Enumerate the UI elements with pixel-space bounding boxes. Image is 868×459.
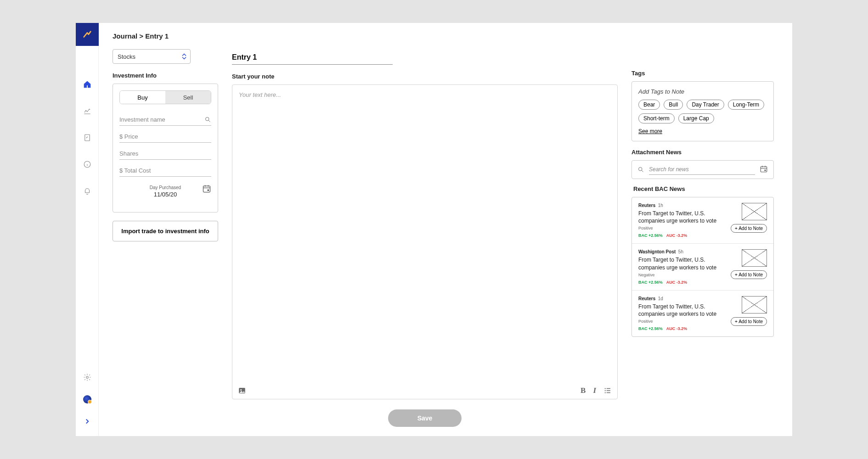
news-sentiment: Positive	[638, 226, 726, 230]
price-row	[119, 129, 211, 143]
info-icon	[83, 160, 91, 168]
sidebar-bottom	[76, 366, 98, 436]
save-button[interactable]: Save	[388, 409, 462, 427]
sidebar-item-profile[interactable]	[76, 388, 98, 410]
sidebar-item-notifications[interactable]	[76, 178, 98, 204]
toggle-buy[interactable]: Buy	[120, 91, 165, 104]
tag-day-trader[interactable]: Day Trader	[687, 100, 724, 110]
total-cost-input[interactable]	[119, 167, 211, 174]
sidebar-expand[interactable]	[76, 410, 98, 432]
svg-rect-11	[208, 190, 209, 191]
calendar-icon[interactable]	[202, 184, 211, 195]
tag-list: Bear Bull Day Trader Long-Term Short-ter…	[638, 100, 767, 123]
svg-rect-22	[761, 166, 767, 172]
price-input[interactable]	[119, 133, 211, 140]
recent-news-title: Recent BAC News	[633, 185, 774, 192]
investment-name-input[interactable]	[119, 116, 211, 123]
ticker-down: AUC -3.2%	[666, 280, 688, 285]
tag-long-term[interactable]: Long-Term	[728, 100, 764, 110]
home-icon	[83, 80, 91, 89]
news-item: Reuters 1h From Target to Twitter, U.S. …	[632, 197, 773, 244]
breadcrumb: Journal > Entry 1	[113, 32, 218, 40]
see-more-tags[interactable]: See more	[638, 128, 767, 134]
main-content: Journal > Entry 1 Stocks Investment Info…	[99, 23, 792, 436]
news-search-input[interactable]	[649, 164, 755, 175]
news-item: Reuters 1d From Target to Twitter, U.S. …	[632, 291, 773, 336]
import-trade-button[interactable]: Import trade to investment info	[113, 221, 218, 241]
image-icon[interactable]	[238, 386, 246, 395]
attachment-news-title: Attachment News	[631, 149, 774, 156]
svg-line-6	[209, 120, 210, 122]
news-item: Washignton Post 5h From Target to Twitte…	[632, 244, 773, 290]
tags-card: Add Tags to Note Bear Bull Day Trader Lo…	[631, 81, 774, 141]
tag-bear[interactable]: Bear	[638, 100, 660, 110]
sidebar-item-journal[interactable]	[76, 124, 98, 151]
note-textarea[interactable]: Your text here...	[232, 85, 617, 382]
add-to-note-button[interactable]: + Add to Note	[731, 270, 767, 279]
news-thumbnail	[742, 296, 767, 313]
total-cost-row	[119, 163, 211, 177]
list-icon[interactable]	[603, 386, 612, 395]
tag-bull[interactable]: Bull	[664, 100, 683, 110]
avatar-icon	[83, 395, 91, 403]
italic-button[interactable]: I	[592, 386, 597, 395]
tags-hint: Add Tags to Note	[638, 88, 767, 95]
ticker-down: AUC -3.2%	[666, 326, 688, 331]
investment-type-select[interactable]: Stocks	[113, 49, 191, 64]
app-window: Journal > Entry 1 Stocks Investment Info…	[76, 23, 792, 436]
news-age: 5h	[678, 249, 683, 254]
sidebar-nav	[76, 71, 98, 366]
svg-point-13	[240, 389, 242, 391]
news-thumbnail	[742, 249, 767, 267]
sidebar-item-info[interactable]	[76, 151, 98, 178]
calendar-icon	[760, 165, 768, 173]
app-logo[interactable]	[76, 23, 99, 46]
news-source: Washignton Post	[638, 249, 676, 254]
shares-row	[119, 146, 211, 160]
svg-point-15	[605, 390, 606, 391]
search-icon	[204, 116, 211, 123]
tag-short-term[interactable]: Short-term	[638, 113, 675, 123]
news-age: 1d	[658, 296, 663, 301]
date-purchased-row[interactable]: Day Purchased 11/05/20	[119, 181, 211, 200]
add-to-note-button[interactable]: + Add to Note	[731, 224, 767, 233]
buy-sell-toggle: Buy Sell	[119, 90, 211, 104]
toggle-sell[interactable]: Sell	[165, 91, 211, 104]
ticker-down: AUC -3.2%	[666, 233, 688, 238]
tag-large-cap[interactable]: Large Cap	[678, 113, 714, 123]
news-age: 1h	[658, 203, 663, 208]
news-headline[interactable]: From Target to Twitter, U.S. companies u…	[638, 303, 726, 318]
editor-panel: Start your note Your text here... B I Sa…	[232, 51, 618, 427]
bell-icon	[83, 187, 91, 195]
sidebar-item-home[interactable]	[76, 71, 98, 98]
left-panel: Journal > Entry 1 Stocks Investment Info…	[113, 32, 218, 427]
investment-info-title: Investment Info	[113, 72, 218, 79]
news-source: Reuters	[638, 296, 655, 301]
svg-line-21	[642, 170, 643, 172]
sidebar-item-charts[interactable]	[76, 98, 98, 124]
news-sentiment: Negative	[638, 273, 726, 277]
news-headline[interactable]: From Target to Twitter, U.S. companies u…	[638, 256, 726, 271]
sidebar-item-settings[interactable]	[76, 366, 98, 388]
note-label: Start your note	[232, 73, 618, 80]
ticker-up: BAC +2.56%	[638, 280, 663, 285]
svg-rect-17	[607, 388, 610, 389]
add-to-note-button[interactable]: + Add to Note	[731, 317, 767, 326]
ticker-up: BAC +2.56%	[638, 233, 663, 238]
svg-rect-19	[607, 392, 610, 393]
chart-icon	[83, 107, 91, 115]
svg-point-20	[639, 168, 643, 171]
news-sentiment: Positive	[638, 319, 726, 324]
tags-title: Tags	[631, 70, 774, 77]
editor-toolbar: B I	[232, 382, 617, 399]
news-calendar-button[interactable]	[760, 165, 768, 175]
entry-title-input[interactable]	[232, 51, 393, 65]
investment-name-row	[119, 112, 211, 126]
bold-button[interactable]: B	[581, 386, 586, 395]
note-editor: Your text here... B I	[232, 84, 618, 399]
shares-input[interactable]	[119, 150, 211, 157]
svg-rect-26	[765, 169, 766, 171]
news-headline[interactable]: From Target to Twitter, U.S. companies u…	[638, 210, 726, 224]
svg-rect-18	[607, 390, 610, 391]
date-value: 11/05/20	[154, 191, 177, 198]
